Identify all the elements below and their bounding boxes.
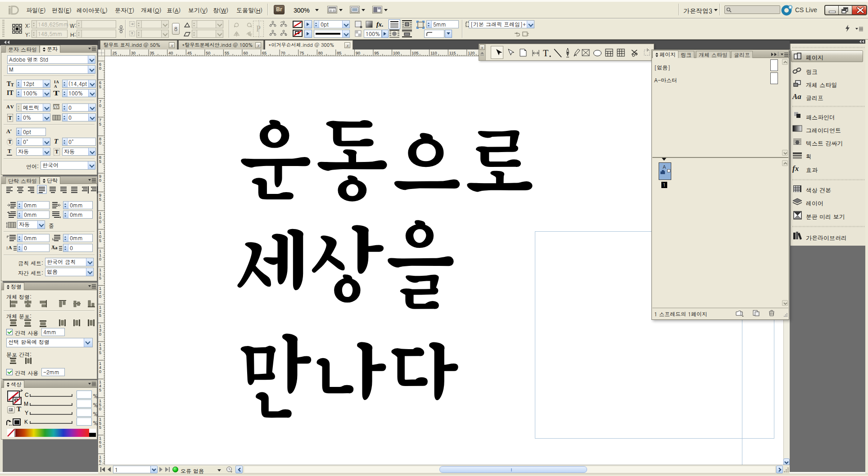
svg-text:0: 0: [99, 103, 101, 108]
svg-text:0: 0: [99, 141, 101, 145]
svg-text:45: 45: [187, 51, 192, 55]
svg-text:105: 105: [412, 51, 419, 55]
svg-text:85: 85: [337, 51, 341, 55]
svg-text:5: 5: [99, 425, 101, 430]
svg-text:0: 0: [99, 178, 101, 183]
svg-text:T: T: [543, 48, 548, 58]
svg-text:120: 120: [468, 51, 475, 55]
svg-text:60: 60: [244, 51, 248, 55]
svg-text:5: 5: [99, 122, 101, 126]
svg-text:5: 5: [99, 85, 101, 89]
svg-text:5: 5: [99, 388, 101, 392]
svg-text:90: 90: [356, 51, 360, 55]
svg-text:80: 80: [318, 51, 323, 55]
svg-text:0: 0: [99, 294, 101, 299]
svg-text:5: 5: [99, 276, 101, 280]
svg-text:55: 55: [225, 51, 229, 55]
svg-text:95: 95: [375, 51, 379, 55]
svg-text:50: 50: [206, 51, 210, 55]
svg-text:70: 70: [281, 51, 285, 55]
svg-text:5: 5: [99, 313, 101, 318]
svg-text:0: 0: [99, 220, 101, 224]
svg-text:115: 115: [449, 51, 456, 55]
svg-text:0: 0: [99, 369, 101, 374]
svg-text:35: 35: [150, 51, 154, 55]
svg-text:0: 0: [99, 332, 101, 337]
svg-text:5: 5: [99, 238, 101, 243]
svg-text:100: 100: [393, 51, 400, 55]
svg-text:110: 110: [430, 51, 437, 55]
svg-text:25: 25: [113, 51, 117, 55]
svg-text:5: 5: [99, 350, 101, 355]
svg-text:65: 65: [262, 51, 267, 55]
svg-text:0: 0: [99, 66, 101, 71]
svg-text:0: 0: [99, 407, 101, 411]
svg-text:0: 0: [99, 444, 101, 449]
svg-text:5: 5: [99, 159, 101, 164]
svg-text:75: 75: [299, 51, 304, 55]
svg-text:0: 0: [99, 257, 101, 261]
svg-text:30: 30: [131, 51, 136, 55]
svg-text:5: 5: [99, 197, 101, 202]
svg-text:40: 40: [168, 51, 173, 55]
